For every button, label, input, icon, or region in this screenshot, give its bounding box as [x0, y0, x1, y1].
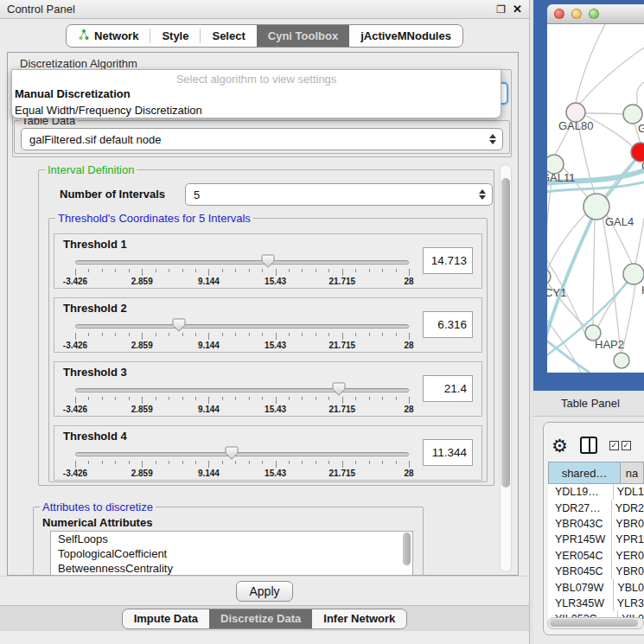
- tick-mark: [316, 333, 316, 336]
- slider-thumb-icon[interactable]: [172, 318, 186, 335]
- tick-mark: [88, 397, 89, 400]
- tick-label: 28: [404, 341, 413, 350]
- table-cell-shared-name: YER054C: [548, 548, 611, 564]
- tick-label: 28: [404, 277, 413, 286]
- threshold-value-field[interactable]: 11.344: [423, 439, 473, 466]
- slider-thumb-icon[interactable]: [225, 446, 239, 463]
- table-cell-shared-name: YLR345W: [548, 596, 613, 611]
- column-header-name[interactable]: na: [621, 462, 644, 484]
- node-bottom-partial[interactable]: [614, 353, 629, 368]
- network-window-titlebar[interactable]: [547, 4, 644, 24]
- table-row[interactable]: YDL19…YDL1: [548, 484, 644, 500]
- tick-mark: [208, 461, 209, 468]
- table-row[interactable]: YBR045CYBR0: [548, 564, 644, 579]
- tick-mark: [142, 269, 143, 276]
- float-window-icon[interactable]: ❐: [496, 4, 506, 15]
- slider-thumb-icon[interactable]: [261, 254, 275, 271]
- table-row[interactable]: YBL079WYBL0: [548, 579, 644, 595]
- table-cell-shared-name: YDL19…: [548, 484, 613, 500]
- table-hscrollbar-thumb[interactable]: [550, 619, 638, 627]
- tab-select[interactable]: Select: [201, 25, 256, 47]
- slider-track[interactable]: [75, 452, 409, 456]
- table-cell-shared-name: YDR27…: [548, 500, 611, 515]
- close-icon[interactable]: ✕: [513, 3, 522, 15]
- tick-mark: [355, 333, 356, 336]
- column-header-shared-name[interactable]: shared…: [548, 462, 621, 484]
- slider-tick-labels: -3.4262.8599.14415.4321.71528: [75, 469, 409, 479]
- table-panel-titlebar: Table Panel: [533, 391, 644, 417]
- tick-mark: [195, 333, 196, 336]
- dropdown-prompt: Select algorithm to view settings: [12, 70, 501, 86]
- columns-icon[interactable]: [580, 437, 597, 454]
- attributes-list-scrollbar-thumb[interactable]: [403, 532, 411, 565]
- number-of-intervals-label: Number of Intervals: [57, 188, 168, 201]
- tab-impute-data[interactable]: Impute Data: [123, 609, 209, 628]
- network-canvas[interactable]: GAL80 GA C GAL11 GAL4 GCY1 H HAP2: [547, 24, 644, 373]
- threshold-value-field[interactable]: 21.4: [423, 375, 473, 402]
- slider-track[interactable]: [75, 324, 409, 328]
- tab-network[interactable]: Network: [67, 25, 150, 47]
- tick-mark: [156, 397, 156, 400]
- table-rows: YDL19…YDL1YDR27…YDR2YBR043CYBR0YPR145WYP…: [548, 484, 644, 619]
- node-h[interactable]: [623, 264, 644, 284]
- tick-label: -3.426: [63, 277, 87, 286]
- top-tab-group: NetworkStyleSelectCyni ToolboxjActiveMNo…: [66, 24, 463, 48]
- tick-mark: [75, 333, 76, 340]
- tab-infer-network[interactable]: Infer Network: [312, 609, 406, 628]
- table-row[interactable]: YDR27…YDR2: [548, 500, 644, 515]
- tick-mark: [208, 397, 209, 404]
- minimize-traffic-light-icon[interactable]: [571, 9, 582, 19]
- table-row[interactable]: YBR043CYBR0: [548, 516, 644, 532]
- tick-mark: [382, 397, 383, 400]
- attribute-list-item[interactable]: TopologicalCoefficient: [51, 546, 412, 561]
- settings-scrollbar-thumb[interactable]: [501, 178, 510, 488]
- slider-track[interactable]: [75, 260, 409, 265]
- table-hscrollbar-track[interactable]: [547, 617, 644, 629]
- tick-mark: [289, 461, 290, 464]
- tab-discretize-data[interactable]: Discretize Data: [209, 609, 312, 628]
- threshold-slider[interactable]: -3.4262.8599.14415.4321.71528: [75, 253, 409, 288]
- tick-label: 2.859: [131, 277, 153, 286]
- slider-thumb-icon[interactable]: [332, 382, 346, 399]
- tab-cyni-toolbox[interactable]: Cyni Toolbox: [257, 25, 349, 47]
- bottom-tab-group: Impute DataDiscretize DataInfer Network: [122, 609, 408, 629]
- tab-jactivemnodules[interactable]: jActiveMNodules: [349, 25, 462, 47]
- threshold-value-field[interactable]: 14.713: [423, 247, 473, 274]
- tick-mark: [88, 461, 89, 464]
- threshold-value-field[interactable]: 6.316: [423, 311, 473, 338]
- slider-track[interactable]: [75, 388, 409, 392]
- node-gcy1[interactable]: [547, 269, 551, 284]
- tick-mark: [328, 397, 329, 400]
- gear-icon[interactable]: ⚙: [552, 437, 568, 455]
- dropdown-item[interactable]: Equal Width/Frequency Discretization: [12, 102, 501, 118]
- checkbox-icon[interactable]: ✓: [622, 441, 631, 450]
- zoom-traffic-light-icon[interactable]: [589, 9, 599, 19]
- tab-label: Discretize Data: [220, 612, 301, 625]
- tick-label: -3.426: [63, 469, 87, 478]
- attribute-list-item[interactable]: SelfLoops: [51, 532, 412, 546]
- threshold-slider[interactable]: -3.4262.8599.14415.4321.71528: [75, 317, 409, 352]
- table-row[interactable]: YLR345WYLR3: [548, 596, 644, 611]
- close-traffic-light-icon[interactable]: [554, 9, 564, 19]
- tick-mark: [222, 461, 223, 464]
- dropdown-item[interactable]: Manual Discretization: [12, 86, 501, 102]
- node-top-right[interactable]: [623, 105, 642, 124]
- apply-button[interactable]: Apply: [236, 581, 292, 602]
- attribute-list-item[interactable]: BetweennessCentrality: [51, 561, 412, 576]
- table-row[interactable]: YPR145WYPR1: [548, 532, 644, 547]
- node-label: GAL4: [605, 215, 634, 228]
- table-cell-name: YER0: [611, 548, 644, 564]
- threshold-slider[interactable]: -3.4262.8599.14415.4321.71528: [75, 445, 409, 480]
- tick-mark: [156, 269, 156, 272]
- attributes-group-title: Attributes to discretize: [40, 501, 156, 513]
- threshold-slider[interactable]: -3.4262.8599.14415.4321.71528: [75, 381, 409, 416]
- numerical-attributes-list[interactable]: SelfLoopsTopologicalCoefficientBetweenne…: [50, 531, 413, 576]
- tick-mark: [102, 269, 103, 272]
- number-of-intervals-combobox[interactable]: 5: [185, 183, 493, 206]
- tab-style[interactable]: Style: [150, 25, 200, 47]
- tick-mark: [115, 333, 116, 336]
- table-row[interactable]: YER054CYER0: [548, 548, 644, 564]
- table-data-combobox[interactable]: galFiltered.sif default node: [21, 128, 503, 150]
- checkbox-icon[interactable]: ✓: [609, 441, 619, 450]
- tick-mark: [262, 333, 263, 336]
